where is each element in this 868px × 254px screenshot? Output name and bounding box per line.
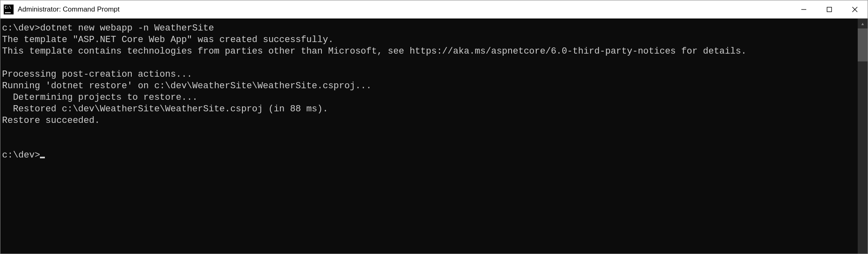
output-line: Determining projects to restore...: [2, 92, 198, 103]
close-icon: [852, 7, 858, 12]
output-line: This template contains technologies from…: [2, 46, 747, 56]
svg-rect-1: [827, 7, 832, 12]
maximize-button[interactable]: [817, 0, 842, 18]
terminal-output[interactable]: c:\dev>dotnet new webapp -n WeatherSite …: [0, 19, 858, 254]
titlebar[interactable]: Administrator: Command Prompt: [0, 0, 868, 19]
window-controls: [791, 0, 868, 18]
output-line: Running 'dotnet restore' on c:\dev\Weath…: [2, 81, 372, 91]
scrollbar-thumb[interactable]: [858, 28, 868, 61]
output-line: Processing post-creation actions...: [2, 69, 192, 80]
output-line: The template "ASP.NET Core Web App" was …: [2, 35, 333, 45]
maximize-icon: [826, 7, 832, 12]
close-button[interactable]: [842, 0, 868, 18]
prompt: c:\dev>: [2, 150, 40, 160]
window-title: Administrator: Command Prompt: [18, 5, 791, 14]
cmd-icon: [4, 5, 14, 14]
vertical-scrollbar[interactable]: ▲: [858, 19, 868, 254]
command-text: dotnet new webapp -n WeatherSite: [40, 23, 214, 33]
scroll-up-arrow-icon[interactable]: ▲: [858, 19, 868, 28]
output-line: Restored c:\dev\WeatherSite\WeatherSite.…: [2, 104, 328, 114]
prompt: c:\dev>: [2, 23, 40, 33]
terminal-wrapper: c:\dev>dotnet new webapp -n WeatherSite …: [0, 19, 868, 254]
minimize-button[interactable]: [791, 0, 817, 18]
cursor: [40, 157, 45, 158]
output-line: Restore succeeded.: [2, 115, 100, 126]
minimize-icon: [801, 7, 807, 12]
command-prompt-window: Administrator: Command Prompt c:\dev>dot…: [0, 0, 868, 254]
